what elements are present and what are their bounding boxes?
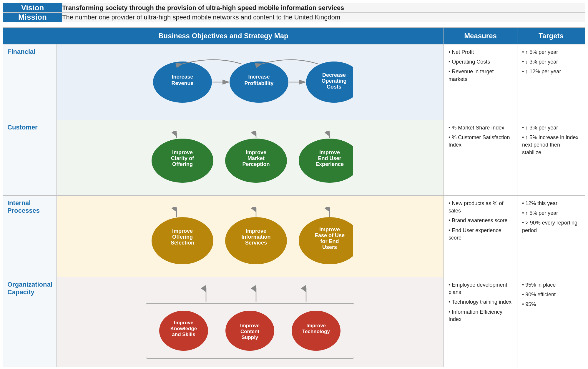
measure-item: Revenue in target markets [449, 68, 512, 83]
svg-text:Technology: Technology [302, 329, 330, 334]
svg-text:Content: Content [240, 329, 260, 334]
svg-text:Improve: Improve [172, 149, 193, 155]
measure-item: Operating Costs [449, 58, 512, 66]
svg-text:Information: Information [241, 234, 270, 240]
svg-text:Revenue: Revenue [171, 80, 193, 86]
org-up-arrows-svg [147, 285, 353, 303]
svg-text:for End: for End [320, 238, 339, 244]
customer-diagram: Improve Clarity of Offering Improve Mark… [57, 120, 444, 196]
measure-item: Net Profit [449, 49, 512, 56]
target-item: ↑ 5% increase in index next period then … [522, 134, 580, 156]
measure-item: Information Efficiency Index [449, 308, 512, 323]
strategy-map-table: Business Objectives and Strategy Map Mea… [3, 27, 585, 367]
internal-label: Internal Processes [3, 196, 57, 277]
svg-text:Improve: Improve [240, 323, 260, 328]
svg-text:Supply: Supply [242, 335, 258, 340]
mission-label: Mission [3, 13, 62, 22]
header-targets: Targets [517, 28, 585, 44]
org-targets: 95% in place 90% efficient 95% [517, 277, 585, 367]
internal-measures: New products as % of sales Brand awarene… [444, 196, 517, 277]
customer-arrows-svg: Improve Clarity of Offering Improve Mark… [147, 131, 353, 184]
svg-text:Costs: Costs [327, 84, 341, 90]
svg-text:Offering: Offering [172, 234, 193, 240]
target-item: ↓ 3% per year [522, 58, 580, 66]
svg-text:Improve: Improve [319, 149, 340, 155]
svg-text:Selection: Selection [171, 240, 194, 246]
measure-item: New products as % of sales [449, 200, 512, 215]
svg-text:Profitability: Profitability [244, 80, 273, 86]
financial-targets: ↑ 5% per year ↓ 3% per year ↑ 12% per ye… [517, 44, 585, 120]
mission-text: The number one provider of ultra-high sp… [62, 13, 585, 22]
svg-text:Services: Services [245, 240, 267, 246]
svg-text:Users: Users [322, 244, 337, 250]
target-item: > 90% every reporting period [522, 219, 580, 234]
measure-item: Technology training index [449, 298, 512, 306]
svg-text:and Skills: and Skills [172, 332, 195, 337]
svg-text:Perception: Perception [242, 161, 270, 167]
svg-text:Improve: Improve [246, 149, 266, 155]
org-node-3-svg: Improve Technology [290, 310, 342, 352]
target-item: ↑ 5% per year [522, 210, 580, 217]
svg-text:Increase: Increase [248, 74, 270, 80]
target-item: 95% [522, 301, 580, 308]
svg-text:Market: Market [248, 155, 265, 161]
svg-text:Experience: Experience [315, 161, 344, 167]
header-measures: Measures [444, 28, 517, 44]
svg-text:Increase: Increase [172, 74, 193, 80]
svg-text:Improve: Improve [246, 228, 266, 234]
svg-text:Clarity of: Clarity of [171, 155, 194, 161]
vm-table: Vision Transforming society through the … [3, 3, 585, 22]
internal-diagram: Improve Offering Selection Improve Infor… [57, 196, 444, 277]
svg-text:Improve: Improve [306, 323, 326, 328]
vision-text: Transforming society through the provisi… [62, 3, 585, 13]
org-measures: Employee development plans Technology tr… [444, 277, 517, 367]
target-item: 12% this year [522, 200, 580, 207]
measure-item: End User experience score [449, 227, 512, 242]
target-item: 90% efficient [522, 291, 580, 298]
financial-measures: Net Profit Operating Costs Revenue in ta… [444, 44, 517, 120]
internal-targets: 12% this year ↑ 5% per year > 90% every … [517, 196, 585, 277]
svg-text:Offering: Offering [172, 161, 193, 167]
target-item: ↑ 12% per year [522, 68, 580, 75]
customer-measures: % Market Share Index % Customer Satisfac… [444, 120, 517, 196]
org-diagram: Improve Knowledge and Skills Improve Con… [57, 277, 444, 367]
measure-item: % Market Share Index [449, 124, 512, 132]
svg-text:Improve: Improve [174, 320, 193, 325]
measure-item: Employee development plans [449, 281, 512, 296]
measure-item: Brand awareness score [449, 217, 512, 224]
internal-arrows-svg: Improve Offering Selection Improve Infor… [147, 207, 353, 266]
target-item: ↑ 3% per year [522, 124, 580, 132]
target-item: ↑ 5% per year [522, 49, 580, 56]
financial-label: Financial [3, 44, 57, 120]
org-label: Organizational Capacity [3, 277, 57, 367]
target-item: 95% in place [522, 281, 580, 289]
customer-label: Customer [3, 120, 57, 196]
svg-text:End User: End User [318, 155, 341, 161]
header-objectives: Business Objectives and Strategy Map [3, 28, 444, 44]
financial-arrows-svg: Increase Revenue Increase Profitability [147, 59, 353, 106]
svg-text:Knowledge: Knowledge [170, 326, 197, 331]
vision-label: Vision [3, 3, 62, 13]
measure-item: % Customer Satisfaction Index [449, 134, 512, 149]
customer-targets: ↑ 3% per year ↑ 5% increase in index nex… [517, 120, 585, 196]
org-node-1-svg: Improve Knowledge and Skills [158, 310, 210, 352]
svg-text:Improve: Improve [319, 227, 340, 232]
financial-diagram: Increase Revenue Increase Profitability [57, 44, 444, 120]
org-node-2-svg: Improve Content Supply [224, 310, 276, 352]
svg-text:Decrease: Decrease [322, 72, 346, 78]
svg-text:Ease of Use: Ease of Use [315, 232, 345, 238]
svg-text:Operating: Operating [321, 78, 346, 84]
svg-text:Improve: Improve [172, 228, 193, 234]
